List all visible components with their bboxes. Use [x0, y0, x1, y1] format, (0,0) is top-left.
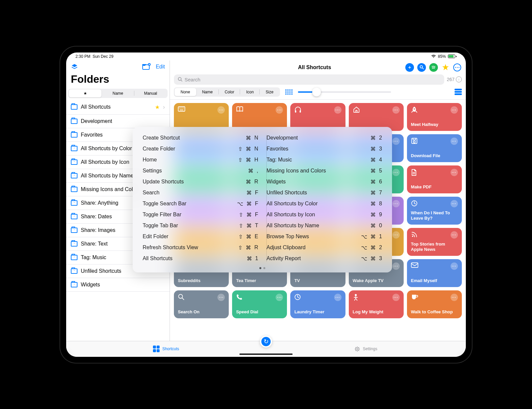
- search-button[interactable]: [417, 63, 426, 72]
- tile-more-button[interactable]: ⋯: [217, 294, 225, 301]
- keyboard-shortcut-row[interactable]: Toggle Search Bar⌥⌘F: [143, 201, 258, 207]
- sort-none[interactable]: None: [175, 88, 196, 96]
- keyboard-shortcut-row[interactable]: Settings⌘,: [143, 168, 258, 174]
- kb-keys: ⌘,: [232, 168, 258, 174]
- keyboard-shortcut-row[interactable]: Update Shortcuts⌘R: [143, 179, 258, 185]
- density-slider[interactable]: [298, 91, 391, 93]
- shortcut-tile[interactable]: ⋯Top Stories from Apple News: [407, 228, 462, 256]
- folder-item[interactable]: All Shortcuts★›: [66, 100, 170, 115]
- shortcut-tile[interactable]: ⋯When Do I Need To Leave By?: [407, 197, 462, 225]
- spotify-icon[interactable]: [429, 63, 438, 72]
- shortcut-tile[interactable]: ⋯Speed Dial: [232, 290, 287, 318]
- keyboard-shortcut-row[interactable]: Toggle Tab Bar⇧⌘T: [143, 223, 258, 229]
- tile-more-button[interactable]: ⋯: [392, 169, 400, 176]
- tile-more-button[interactable]: ⋯: [451, 262, 458, 270]
- kb-keys: ⌘2: [355, 135, 382, 141]
- segment-manual[interactable]: Manual: [134, 89, 167, 97]
- smart-folder-icon: [71, 228, 77, 233]
- keyboard-shortcut-row[interactable]: Toggle Filter Bar⇧⌘F: [143, 212, 258, 218]
- keyboard-shortcut-row[interactable]: Adjust Clipboard⌥⌘2: [267, 245, 382, 251]
- favorite-star-icon[interactable]: ★: [441, 63, 450, 72]
- tile-more-button[interactable]: ⋯: [392, 106, 400, 114]
- keyboard-shortcut-row[interactable]: Widgets⌘6: [267, 179, 382, 185]
- sort-size[interactable]: Size: [260, 88, 279, 96]
- keyboard-shortcut-row[interactable]: Create Folder⇧⌘N: [143, 146, 258, 152]
- keyboard-shortcut-row[interactable]: Search⌘F: [143, 190, 258, 196]
- tile-more-button[interactable]: ⋯: [392, 200, 400, 207]
- tile-more-button[interactable]: ⋯: [451, 294, 458, 301]
- keyboard-shortcut-row[interactable]: Development⌘2: [267, 135, 382, 141]
- tile-more-button[interactable]: ⋯: [392, 294, 400, 301]
- disk-icon: [411, 138, 418, 144]
- segment-name[interactable]: Name: [101, 89, 134, 97]
- svg-point-21: [412, 236, 413, 237]
- kb-keys: ⌘3: [355, 146, 382, 152]
- kb-keys: ⌘4: [355, 157, 382, 163]
- shortcut-tile[interactable]: ⋯Meet Halfway: [407, 103, 462, 131]
- shortcut-tile[interactable]: ⋯Walk to Coffee Shop: [407, 290, 462, 318]
- tile-more-button[interactable]: ⋯: [451, 138, 458, 145]
- shortcut-tile[interactable]: ⋯Search On: [174, 290, 229, 318]
- folder-item[interactable]: Widgets: [66, 278, 170, 292]
- tile-label: Walk to Coffee Shop: [411, 309, 458, 315]
- tile-more-button[interactable]: ⋯: [392, 138, 400, 145]
- folder-item[interactable]: Development: [66, 115, 170, 128]
- scroll-top-icon[interactable]: ↑: [456, 76, 462, 82]
- sort-icon[interactable]: Icon: [240, 88, 260, 96]
- tile-more-button[interactable]: ⋯: [451, 200, 458, 207]
- keyboard-shortcut-row[interactable]: Activity Report⌥⌘3: [267, 256, 382, 262]
- keyboard-shortcut-row[interactable]: Create Shortcut⌘N: [143, 135, 258, 141]
- tile-more-button[interactable]: ⋯: [451, 231, 458, 239]
- tile-more-button[interactable]: ⋯: [334, 106, 341, 114]
- keyboard-shortcut-row[interactable]: Tag: Music⌘4: [267, 157, 382, 163]
- edit-button[interactable]: Edit: [156, 64, 165, 70]
- new-folder-icon[interactable]: [142, 63, 151, 70]
- tile-more-button[interactable]: ⋯: [276, 106, 283, 114]
- tile-more-button[interactable]: ⋯: [392, 262, 400, 270]
- keyboard-shortcut-row[interactable]: Home⇧⌘H: [143, 157, 258, 163]
- segment-favorites[interactable]: ★: [69, 89, 101, 97]
- density-icon[interactable]: [285, 89, 293, 95]
- home-indicator[interactable]: [239, 354, 293, 355]
- keyboard-shortcut-row[interactable]: Edit Folder⇧⌘E: [143, 234, 258, 240]
- tile-more-button[interactable]: ⋯: [451, 106, 458, 114]
- keyboard-shortcut-row[interactable]: Browse Top News⌥⌘1: [267, 234, 382, 240]
- shortcut-tile[interactable]: ⋯Make PDF: [407, 165, 462, 193]
- keyboard-shortcut-row[interactable]: Unfiled Shortcuts⌘7: [267, 190, 382, 196]
- view-toggle-icon[interactable]: [455, 89, 462, 95]
- add-button[interactable]: ＋: [405, 63, 414, 72]
- keyboard-shortcut-row[interactable]: All Shortcuts by Name⌘0: [267, 223, 382, 229]
- tab-settings[interactable]: Settings: [266, 341, 466, 357]
- tile-more-button[interactable]: ⋯: [217, 106, 225, 114]
- tile-more-button[interactable]: ⋯: [451, 169, 458, 176]
- shortcut-tile[interactable]: ⋯Download File: [407, 134, 462, 162]
- shortcut-tile[interactable]: ⋯: [232, 103, 287, 131]
- keyboard-shortcut-row[interactable]: Favorites⌘3: [267, 146, 382, 152]
- keyboard-shortcut-row[interactable]: Refresh Shortcuts View⇧⌘R: [143, 245, 258, 251]
- sort-name[interactable]: Name: [196, 88, 219, 96]
- tile-more-button[interactable]: ⋯: [276, 294, 283, 301]
- search-input[interactable]: Search: [174, 74, 444, 85]
- shortcut-tile[interactable]: ⋯Laundry Timer: [290, 290, 345, 318]
- kb-label: All Shortcuts by Name: [267, 223, 319, 229]
- shortcut-tile[interactable]: ⋯: [290, 103, 345, 131]
- tile-more-button[interactable]: ⋯: [392, 231, 400, 239]
- kb-label: Toggle Tab Bar: [143, 223, 178, 229]
- sort-color[interactable]: Color: [219, 88, 240, 96]
- tab-shortcuts[interactable]: Shortcuts: [66, 341, 266, 357]
- keyboard-shortcut-row[interactable]: Missing Icons and Colors⌘5: [267, 168, 382, 174]
- sidebar-sort-segment[interactable]: ★ Name Manual: [68, 89, 168, 98]
- shortcut-tile[interactable]: ⋯Email Myself: [407, 259, 462, 287]
- more-button[interactable]: ⋯: [453, 63, 461, 71]
- shortcut-tile[interactable]: ⋯: [349, 103, 404, 131]
- keyboard-shortcut-row[interactable]: All Shortcuts by Color⌘8: [267, 201, 382, 207]
- tile-more-button[interactable]: ⋯: [334, 294, 341, 301]
- keyboard-shortcut-row[interactable]: All Shortcuts⌘1: [143, 256, 258, 262]
- keyboard-shortcut-row[interactable]: All Shortcuts by Icon⌘9: [267, 212, 382, 218]
- shortcut-tile[interactable]: ⋯: [174, 103, 229, 131]
- sort-segment[interactable]: None Name Color Icon Size: [174, 87, 280, 97]
- refresh-fab[interactable]: ↻: [260, 336, 272, 348]
- kb-label: Tag: Music: [267, 157, 292, 163]
- shortcut-tile[interactable]: ⋯Log My Weight: [349, 290, 404, 318]
- layers-icon[interactable]: [71, 63, 78, 70]
